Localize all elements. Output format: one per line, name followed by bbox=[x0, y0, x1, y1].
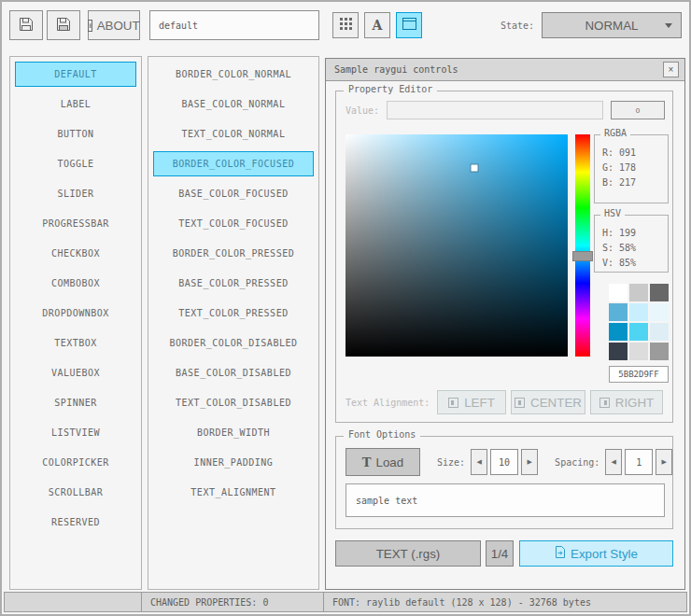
control-item-textbox[interactable]: TEXTBOX bbox=[15, 330, 136, 356]
hue-slider[interactable] bbox=[572, 251, 593, 261]
color-swatch[interactable] bbox=[650, 323, 669, 341]
sample-controls-window: Sample raygui controls × Property Editor… bbox=[325, 58, 685, 590]
property-item-base-color-focused[interactable]: BASE_COLOR_FOCUSED bbox=[153, 181, 314, 206]
about-button-label: ABOUT bbox=[97, 19, 140, 33]
spacing-decrease-button[interactable]: ◀ bbox=[605, 449, 622, 475]
export-pages-button[interactable]: 1/4 bbox=[486, 540, 514, 567]
window-close-button[interactable]: × bbox=[663, 62, 679, 77]
color-swatch[interactable] bbox=[629, 284, 648, 301]
property-item-text-color-disabled[interactable]: TEXT_COLOR_DISABLED bbox=[153, 390, 314, 415]
about-button[interactable]: i ABOUT bbox=[88, 10, 140, 40]
controls-list: DEFAULT LABEL BUTTON TOGGLE SLIDER PROGR… bbox=[9, 56, 142, 590]
load-style-button[interactable] bbox=[9, 10, 43, 40]
control-item-button[interactable]: BUTTON bbox=[15, 121, 136, 147]
chevron-down-icon bbox=[665, 23, 672, 28]
spacing-spinner: ◀ ▶ bbox=[605, 449, 672, 475]
color-swatch[interactable] bbox=[629, 343, 648, 360]
color-swatch[interactable] bbox=[650, 343, 669, 360]
color-swatch-grid bbox=[609, 284, 669, 360]
hex-color-input[interactable] bbox=[609, 366, 669, 383]
control-item-listview[interactable]: LISTVIEW bbox=[15, 420, 136, 445]
hsv-v-value: V: 85% bbox=[602, 256, 668, 271]
state-label: State: bbox=[501, 21, 534, 31]
window-titlebar[interactable]: Sample raygui controls × bbox=[326, 59, 684, 81]
value-apply-button[interactable]: 0 bbox=[611, 101, 665, 119]
style-name-input[interactable] bbox=[149, 10, 319, 40]
export-style-button[interactable]: Export Style bbox=[519, 540, 673, 567]
control-view-button[interactable] bbox=[396, 12, 422, 38]
control-item-label[interactable]: LABEL bbox=[15, 91, 136, 117]
property-item-text-alignment[interactable]: TEXT_ALIGNMENT bbox=[153, 480, 314, 505]
text-alignment-row: Text Alignment: LEFT CENTER RIGHT bbox=[346, 390, 663, 414]
property-item-text-color-normal[interactable]: TEXT_COLOR_NORMAL bbox=[153, 121, 314, 147]
control-item-valuebox[interactable]: VALUEBOX bbox=[15, 360, 136, 385]
align-right-button[interactable]: RIGHT bbox=[590, 390, 663, 414]
arrow-right-icon: ▶ bbox=[662, 458, 667, 466]
status-changed-properties: CHANGED PROPERTIES: 0 bbox=[141, 592, 324, 612]
size-label: Size: bbox=[437, 457, 465, 468]
control-item-colorpicker[interactable]: COLORPICKER bbox=[15, 450, 136, 475]
align-right-label: RIGHT bbox=[615, 396, 654, 410]
size-decrease-button[interactable]: ◀ bbox=[471, 449, 487, 475]
property-item-inner-padding[interactable]: INNER_PADDING bbox=[153, 450, 314, 475]
sample-text-input[interactable] bbox=[346, 483, 665, 517]
rgba-g-value: G: 178 bbox=[602, 161, 668, 175]
status-empty-cell bbox=[4, 592, 142, 612]
color-swatch[interactable] bbox=[609, 303, 628, 321]
color-swatch[interactable] bbox=[650, 284, 669, 301]
align-center-button[interactable]: CENTER bbox=[511, 390, 585, 414]
load-font-button[interactable]: T Load bbox=[346, 448, 420, 476]
color-info-column: RGBA R: 091 G: 178 B: 217 HSV H: 199 S: … bbox=[594, 134, 669, 383]
control-item-default[interactable]: DEFAULT bbox=[15, 62, 136, 87]
control-item-slider[interactable]: SLIDER bbox=[15, 181, 136, 206]
value-button-glyph: 0 bbox=[636, 106, 640, 115]
control-item-progressbar[interactable]: PROGRESSBAR bbox=[15, 211, 136, 236]
control-item-reserved[interactable]: RESERVED bbox=[15, 510, 136, 535]
color-swatch[interactable] bbox=[629, 323, 648, 341]
property-item-border-color-normal[interactable]: BORDER_COLOR_NORMAL bbox=[153, 62, 314, 87]
color-swatch[interactable] bbox=[609, 323, 628, 341]
export-format-label: TEXT (.rgs) bbox=[376, 547, 441, 561]
spacing-increase-button[interactable]: ▶ bbox=[656, 449, 672, 475]
size-value-input[interactable] bbox=[490, 449, 518, 475]
color-swatch[interactable] bbox=[609, 343, 628, 360]
control-item-dropdownbox[interactable]: DROPDOWNBOX bbox=[15, 301, 136, 326]
toolbar: i ABOUT A State: NORMAL bbox=[9, 10, 682, 40]
property-item-border-color-disabled[interactable]: BORDER_COLOR_DISABLED bbox=[153, 330, 314, 356]
hue-bar[interactable] bbox=[575, 134, 590, 357]
property-item-border-color-pressed[interactable]: BORDER_COLOR_PRESSED bbox=[153, 241, 314, 266]
property-item-text-color-pressed[interactable]: TEXT_COLOR_PRESSED bbox=[153, 301, 314, 326]
align-center-icon bbox=[515, 398, 525, 408]
control-item-toggle[interactable]: TOGGLE bbox=[15, 151, 136, 176]
save-style-button[interactable] bbox=[47, 10, 80, 40]
color-swatch[interactable] bbox=[650, 303, 669, 321]
property-item-border-width[interactable]: BORDER_WIDTH bbox=[153, 420, 314, 445]
value-input[interactable] bbox=[387, 101, 603, 119]
property-item-base-color-normal[interactable]: BASE_COLOR_NORMAL bbox=[153, 91, 314, 117]
spacing-value-input[interactable] bbox=[625, 449, 653, 475]
font-view-button[interactable]: A bbox=[364, 12, 390, 38]
property-editor-group-label: Property Editor bbox=[344, 84, 437, 94]
control-item-spinner[interactable]: SPINNER bbox=[15, 390, 136, 415]
state-dropdown[interactable]: NORMAL bbox=[542, 12, 682, 38]
font-t-icon: T bbox=[362, 455, 372, 469]
close-icon: × bbox=[669, 64, 674, 75]
export-format-button[interactable]: TEXT (.rgs) bbox=[335, 540, 481, 567]
size-increase-button[interactable]: ▶ bbox=[521, 449, 538, 475]
color-swatch[interactable] bbox=[629, 303, 648, 321]
text-alignment-label: Text Alignment: bbox=[346, 398, 430, 408]
hsv-group: HSV H: 199 S: 58% V: 85% bbox=[594, 215, 669, 273]
control-item-combobox[interactable]: COMBOBOX bbox=[15, 271, 136, 296]
property-item-border-color-focused[interactable]: BORDER_COLOR_FOCUSED bbox=[153, 151, 314, 176]
window-footer: TEXT (.rgs) 1/4 Export Style bbox=[335, 540, 673, 567]
color-swatch[interactable] bbox=[609, 284, 628, 301]
align-left-button[interactable]: LEFT bbox=[437, 390, 506, 414]
property-item-text-color-focused[interactable]: TEXT_COLOR_FOCUSED bbox=[153, 211, 314, 236]
sv-cursor[interactable] bbox=[472, 164, 478, 171]
control-item-scrollbar[interactable]: SCROLLBAR bbox=[15, 480, 136, 505]
property-item-base-color-disabled[interactable]: BASE_COLOR_DISABLED bbox=[153, 360, 314, 385]
control-item-checkbox[interactable]: CHECKBOX bbox=[15, 241, 136, 266]
sv-panel[interactable] bbox=[346, 134, 568, 357]
style-table-mode-button[interactable] bbox=[332, 12, 359, 38]
property-item-base-color-pressed[interactable]: BASE_COLOR_PRESSED bbox=[153, 271, 314, 296]
